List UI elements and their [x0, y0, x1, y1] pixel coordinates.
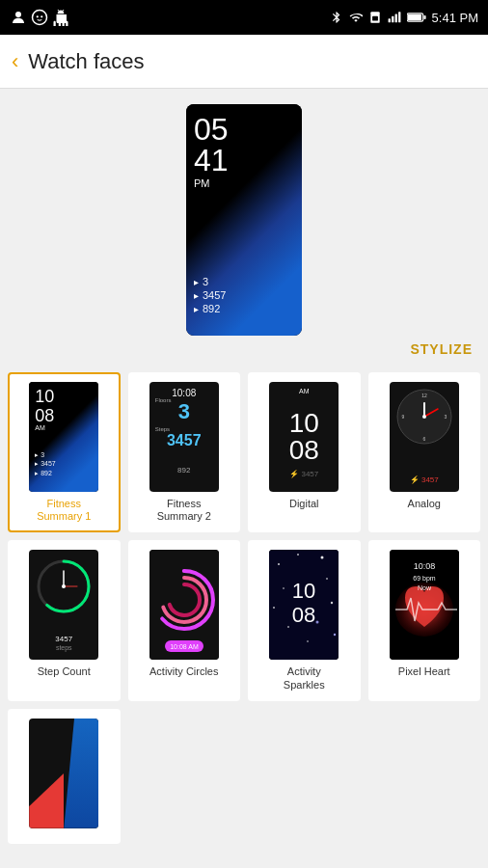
watch-faces-grid: 1008 AM ▸ 3▸ 3457▸ 892 FitnessSummary 1 …: [0, 365, 488, 852]
svg-point-3: [41, 15, 42, 17]
signal-icon: [388, 11, 401, 24]
preview-min: 41: [194, 145, 294, 176]
svg-point-0: [15, 12, 21, 17]
svg-point-43: [334, 634, 336, 636]
watch-face-card-pixelheart[interactable]: 10:08 69 bpm Now Pixel Heart: [368, 540, 481, 700]
watch-face-label-stepcount: Step Count: [38, 665, 91, 678]
preview-area: 05 41 PM ▸ 3 ▸ 3457 ▸ 892 STYLIZE: [0, 89, 488, 365]
page-title: Watch faces: [28, 49, 144, 74]
preview-stat1: ▸ 3: [194, 276, 226, 287]
svg-text:10:08 AM: 10:08 AM: [170, 643, 199, 650]
svg-rect-5: [372, 16, 378, 21]
svg-point-20: [422, 415, 426, 419]
watch-face-label-fitness1: FitnessSummary 1: [37, 498, 91, 523]
svg-point-33: [278, 563, 280, 565]
watch-thumb-actsparkles: 10 08: [269, 550, 339, 660]
svg-text:10:08: 10:08: [413, 561, 435, 571]
footstep-icon: ▸: [194, 277, 199, 287]
watch-face-card-actcircles[interactable]: 10:08 AM Activity Circles: [128, 540, 241, 700]
svg-point-1: [33, 11, 47, 25]
watch-face-label-pixelheart: Pixel Heart: [398, 665, 450, 678]
svg-point-40: [316, 621, 319, 624]
svg-rect-11: [407, 14, 420, 21]
watch-face-label-fitness2: FitnessSummary 2: [157, 498, 211, 523]
watch-preview: 05 41 PM ▸ 3 ▸ 3457 ▸ 892: [186, 104, 302, 336]
svg-point-2: [37, 15, 39, 17]
step-count-ring-svg: [35, 557, 93, 615]
svg-point-42: [307, 640, 309, 642]
android-icon: [52, 9, 69, 26]
svg-text:69 bpm: 69 bpm: [413, 575, 436, 583]
header: ‹ Watch faces: [0, 35, 488, 89]
svg-rect-12: [423, 15, 425, 19]
person-icon: [10, 9, 27, 26]
watch-thumb-analog: 12 3 6 9 ⚡ 3457: [390, 382, 459, 492]
svg-text:6: 6: [422, 436, 425, 442]
svg-point-35: [297, 554, 299, 556]
svg-text:9: 9: [401, 414, 404, 420]
stylize-button[interactable]: STYLIZE: [410, 341, 473, 357]
sim-icon: [368, 11, 382, 24]
svg-point-36: [326, 578, 328, 580]
smiley-icon: [31, 9, 48, 26]
analog-clock-svg: 12 3 6 9: [395, 388, 453, 446]
watch-thumb-partial: [29, 719, 98, 828]
status-bar-right: 5:41 PM: [330, 11, 478, 25]
svg-rect-7: [392, 16, 393, 22]
activity-circles-svg: 10:08 AM: [149, 550, 219, 660]
watch-face-label-actsparkles: ActivitySparkles: [284, 665, 325, 691]
back-button[interactable]: ‹: [12, 49, 18, 74]
svg-text:08: 08: [292, 603, 315, 627]
watch-face-label-digital: Digital: [289, 498, 319, 510]
preview-stat3: ▸ 892: [194, 303, 226, 314]
watch-face-card-actsparkles[interactable]: 10 08 ActivitySparkles: [248, 540, 361, 700]
preview-stat2: ▸ 3457: [194, 289, 226, 301]
svg-text:10: 10: [292, 579, 315, 603]
svg-rect-9: [398, 12, 400, 22]
watch-thumb-fitness2: 10:08 Floors 3 Steps 3457 892: [149, 382, 219, 492]
svg-point-39: [273, 607, 275, 609]
watch-thumb-fitness1: 1008 AM ▸ 3▸ 3457▸ 892: [29, 382, 98, 492]
preview-stats: ▸ 3 ▸ 3457 ▸ 892: [194, 276, 226, 316]
svg-point-25: [62, 584, 66, 588]
watch-face-card-analog[interactable]: 12 3 6 9 ⚡ 3457 Analog: [368, 372, 481, 532]
svg-point-37: [283, 587, 285, 589]
steps-icon: ▸: [194, 290, 199, 301]
svg-text:12: 12: [421, 393, 427, 398]
svg-point-34: [321, 556, 324, 559]
svg-point-38: [331, 602, 333, 604]
svg-rect-6: [388, 18, 390, 22]
preview-ampm: PM: [194, 177, 294, 189]
battery-icon: [407, 12, 426, 23]
preview-hour: 05: [194, 114, 294, 145]
watch-thumb-stepcount: 3457steps: [29, 550, 98, 660]
watch-preview-inner: 05 41 PM ▸ 3 ▸ 3457 ▸ 892: [186, 104, 302, 336]
watch-face-card-digital[interactable]: AM 1008 ⚡ 3457 Digital: [248, 372, 361, 532]
watch-face-label-analog: Analog: [408, 498, 441, 510]
calories-icon: ▸: [194, 304, 199, 314]
svg-text:Now: Now: [418, 584, 432, 591]
status-time: 5:41 PM: [432, 11, 478, 25]
svg-text:3: 3: [444, 414, 447, 420]
bluetooth-icon: [330, 11, 343, 24]
watch-thumb-actcircles: 10:08 AM: [149, 550, 219, 660]
svg-point-41: [287, 626, 289, 628]
watch-face-label-actcircles: Activity Circles: [149, 665, 219, 678]
watch-face-card-partial[interactable]: [8, 709, 121, 844]
status-bar-left-icons: [10, 9, 69, 26]
watch-thumb-pixelheart: 10:08 69 bpm Now: [390, 550, 459, 660]
watch-face-card-stepcount[interactable]: 3457steps Step Count: [8, 540, 121, 700]
wifi-icon: [349, 11, 363, 24]
watch-face-card-fitness2[interactable]: 10:08 Floors 3 Steps 3457 892 FitnessSum…: [128, 372, 241, 532]
pixel-heart-svg: 10:08 69 bpm Now: [390, 550, 459, 660]
status-bar: 5:41 PM: [0, 0, 488, 35]
svg-rect-8: [394, 14, 396, 23]
watch-thumb-digital: AM 1008 ⚡ 3457: [269, 382, 339, 492]
sparkles-svg: 10 08: [269, 550, 339, 660]
watch-face-card-fitness1[interactable]: 1008 AM ▸ 3▸ 3457▸ 892 FitnessSummary 1: [8, 372, 121, 532]
